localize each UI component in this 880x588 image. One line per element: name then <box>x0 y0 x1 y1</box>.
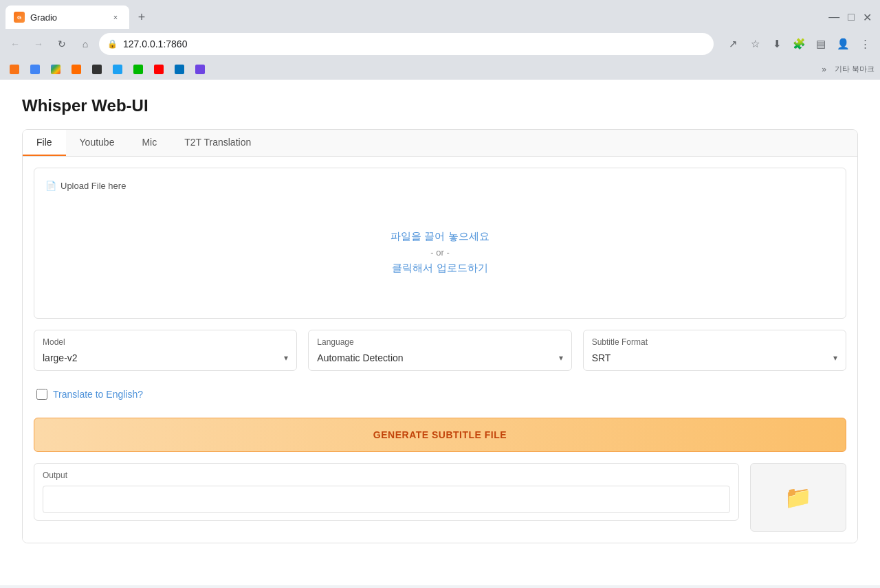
home-button[interactable]: ⌂ <box>76 34 95 54</box>
bookmark-button[interactable]: ☆ <box>745 34 764 54</box>
browser-window: G Gradio × + ― □ ✕ ← → ↻ ⌂ 🔒 127.0.0.1:7… <box>0 0 880 585</box>
bookmark-favicon-1 <box>10 65 19 74</box>
upload-file-button[interactable]: 📄 Upload File here <box>45 179 835 192</box>
page-content: Whisper Web-UI File Youtube Mic T2T Tran… <box>0 80 880 585</box>
bookmark-4[interactable] <box>67 62 85 77</box>
bookmark-8[interactable] <box>150 62 168 77</box>
output-group: Output <box>34 463 739 521</box>
minimize-button[interactable]: ― <box>826 8 842 27</box>
share-button[interactable]: ↗ <box>723 34 742 54</box>
reload-button[interactable]: ↻ <box>52 34 72 54</box>
bookmark-6[interactable] <box>109 62 126 77</box>
bookmark-favicon-3 <box>51 65 60 74</box>
tab-title: Gradio <box>30 12 104 23</box>
model-select[interactable]: tiny base small medium large large-v2 <box>43 352 288 363</box>
maximize-button[interactable]: □ <box>845 8 857 27</box>
upload-area[interactable]: 📄 Upload File here 파일을 끌어 놓으세요 - or - 클릭… <box>34 168 846 319</box>
model-label: Model <box>43 337 288 347</box>
upload-file-label: Upload File here <box>60 181 126 191</box>
bookmarks-bar: » 기타 북마크 <box>0 59 880 80</box>
lock-icon: 🔒 <box>107 39 118 49</box>
url-display: 127.0.0.1:7860 <box>123 38 705 49</box>
subtitle-format-label: Subtitle Format <box>592 337 837 347</box>
new-tab-button[interactable]: + <box>132 8 151 27</box>
profile-button[interactable]: 👤 <box>833 34 852 54</box>
address-bar-row: ← → ↻ ⌂ 🔒 127.0.0.1:7860 ↗ ☆ ⬇ 🧩 ▤ 👤 ⋮ <box>0 29 880 59</box>
toolbar-right: ↗ ☆ ⬇ 🧩 ▤ 👤 ⋮ <box>723 34 874 54</box>
upload-center: 파일을 끌어 놓으세요 - or - 클릭해서 업로드하기 <box>45 198 835 307</box>
language-select[interactable]: Automatic Detection Korean English Japan… <box>317 352 562 363</box>
active-tab[interactable]: G Gradio × <box>6 5 129 29</box>
file-output-area: 📁 <box>750 463 846 532</box>
translate-checkbox-row: Translate to English? <box>34 382 846 407</box>
bookmark-favicon-7 <box>133 65 143 74</box>
back-button[interactable]: ← <box>6 34 25 54</box>
main-tabs-container: File Youtube Mic T2T Translation 📄 Uploa… <box>22 129 858 543</box>
extensions-button[interactable]: 🧩 <box>789 34 808 54</box>
output-label: Output <box>43 471 730 480</box>
subtitle-format-control-group: Subtitle Format SRT VTT TXT TSV JSON All… <box>583 330 846 371</box>
page-title: Whisper Web-UI <box>22 96 858 115</box>
or-separator: - or - <box>430 247 449 258</box>
window-controls: ― □ ✕ <box>826 8 874 27</box>
click-upload-text: 클릭해서 업로드하기 <box>392 262 487 275</box>
address-bar[interactable]: 🔒 127.0.0.1:7860 <box>99 33 714 55</box>
bookmark-favicon-6 <box>113 65 122 74</box>
bookmark-5[interactable] <box>88 62 106 77</box>
controls-row: Model tiny base small medium large large… <box>34 330 846 371</box>
tab-favicon: G <box>14 12 25 23</box>
bookmark-favicon-5 <box>92 65 102 74</box>
other-label: 기타 북마크 <box>835 64 874 74</box>
bookmark-favicon-8 <box>154 65 164 74</box>
translate-label[interactable]: Translate to English? <box>53 389 143 400</box>
tab-file[interactable]: File <box>23 130 66 156</box>
tab-content-file: 📄 Upload File here 파일을 끌어 놓으세요 - or - 클릭… <box>23 157 857 543</box>
subtitle-format-select[interactable]: SRT VTT TXT TSV JSON All <box>592 352 837 363</box>
bookmark-favicon-4 <box>72 65 81 74</box>
translate-checkbox[interactable] <box>36 389 47 400</box>
more-bookmarks-button[interactable]: » <box>817 63 830 76</box>
bookmark-favicon-10 <box>195 65 205 74</box>
bookmark-favicon-2 <box>30 65 40 74</box>
bookmark-1[interactable] <box>6 62 23 77</box>
language-control-group: Language Automatic Detection Korean Engl… <box>308 330 571 371</box>
sidebar-button[interactable]: ▤ <box>811 34 830 54</box>
model-select-wrapper: tiny base small medium large large-v2 ▾ <box>43 352 288 363</box>
bookmark-2[interactable] <box>26 62 44 77</box>
download-button[interactable]: ⬇ <box>767 34 786 54</box>
drag-drop-text: 파일을 끌어 놓으세요 <box>390 230 489 243</box>
subtitle-format-select-wrapper: SRT VTT TXT TSV JSON All ▾ <box>592 352 837 363</box>
bookmark-7[interactable] <box>129 62 147 77</box>
output-input[interactable] <box>43 486 730 513</box>
tabs-header: File Youtube Mic T2T Translation <box>23 130 857 157</box>
tab-t2t-translation[interactable]: T2T Translation <box>170 130 265 156</box>
bookmark-10[interactable] <box>191 62 209 77</box>
tab-mic[interactable]: Mic <box>128 130 170 156</box>
language-select-wrapper: Automatic Detection Korean English Japan… <box>317 352 562 363</box>
tab-youtube[interactable]: Youtube <box>66 130 129 156</box>
bookmark-3[interactable] <box>47 62 65 77</box>
folder-icon: 📁 <box>784 484 812 510</box>
bookmark-9[interactable] <box>170 62 188 77</box>
close-window-button[interactable]: ✕ <box>860 8 874 27</box>
output-row: Output 📁 <box>34 463 846 532</box>
forward-button[interactable]: → <box>29 34 48 54</box>
generate-subtitle-button[interactable]: GENERATE SUBTITLE FILE <box>34 418 846 452</box>
upload-file-icon: 📄 <box>45 181 56 191</box>
bookmark-favicon-9 <box>175 65 184 74</box>
model-control-group: Model tiny base small medium large large… <box>34 330 297 371</box>
tab-bar: G Gradio × + ― □ ✕ <box>0 0 880 29</box>
menu-button[interactable]: ⋮ <box>855 34 874 54</box>
tab-close-button[interactable]: × <box>110 12 121 23</box>
language-label: Language <box>317 337 562 347</box>
